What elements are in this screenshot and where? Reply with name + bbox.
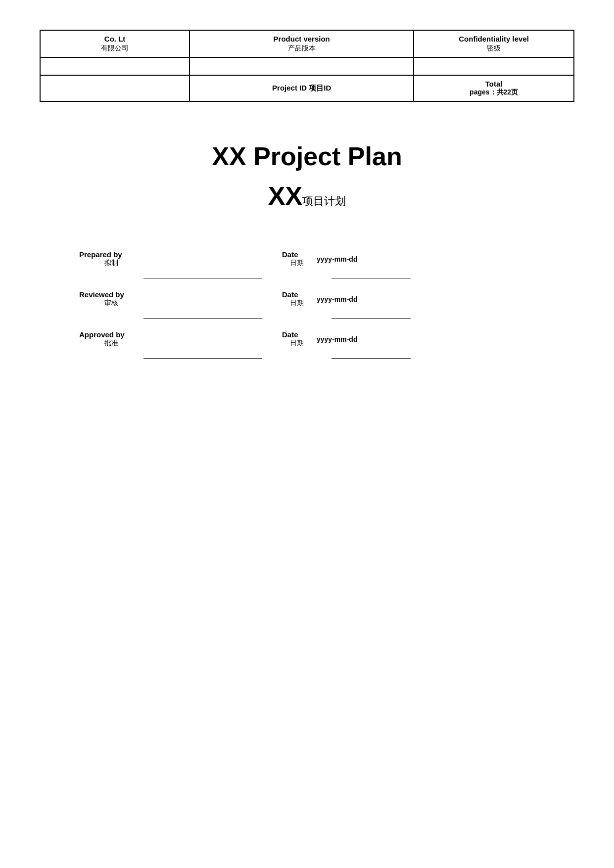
approved-by-block: Approved by 批准 Date 日期 yyyy-mm-dd (79, 330, 574, 359)
reviewed-by-lines-row (79, 309, 574, 319)
prepared-date-line (331, 269, 411, 278)
prepared-by-label-block: Prepared by 拟制 (79, 250, 143, 268)
reviewed-date-label-cn: 日期 (282, 299, 312, 308)
col2-value (189, 57, 414, 75)
signatories-section: Prepared by 拟制 Date 日期 yyyy-mm-dd Review… (79, 250, 574, 370)
col3-header: Confidentiality level 密级 (414, 30, 574, 57)
col1-value (40, 57, 189, 75)
approved-date-label-block: Date 日期 (282, 330, 312, 348)
approved-by-line (143, 349, 262, 359)
project-id-label-cn: 项目ID (309, 84, 331, 92)
reviewed-date-label-en: Date (282, 290, 312, 299)
approved-by-lines-row (79, 349, 574, 359)
reviewed-date-line (331, 309, 411, 319)
approved-by-labels-row: Approved by 批准 Date 日期 yyyy-mm-dd (79, 330, 574, 348)
reviewed-by-labels-row: Reviewed by 审核 Date 日期 yyyy-mm-dd (79, 290, 574, 308)
col1-header: Co. Lt 有限公司 (40, 30, 189, 57)
approved-by-label-en: Approved by (79, 330, 143, 339)
approved-date-label-cn: 日期 (282, 339, 312, 348)
reviewed-by-label-en: Reviewed by (79, 290, 143, 299)
reviewed-by-label-cn: 审核 (79, 299, 143, 308)
col2-label-cn: 产品版本 (288, 45, 316, 52)
title-section: XX Project Plan XX项目计划 (40, 141, 574, 211)
col1-label-en: Co. Lt (104, 35, 126, 43)
sub-title: XX项目计划 (40, 181, 574, 211)
prepared-by-block: Prepared by 拟制 Date 日期 yyyy-mm-dd (79, 250, 574, 278)
total-pages-en: Total (485, 80, 503, 88)
header-row-2 (40, 57, 574, 75)
header-row-1: Co. Lt 有限公司 Product version 产品版本 Confide… (40, 30, 574, 57)
prepared-date-label-en: Date (282, 250, 312, 259)
col2-header: Product version 产品版本 (189, 30, 414, 57)
col3-value (414, 57, 574, 75)
prepared-date-value: yyyy-mm-dd (312, 255, 391, 263)
approved-date-value: yyyy-mm-dd (312, 335, 391, 343)
main-title: XX Project Plan (40, 141, 574, 171)
sub-title-cn: 项目计划 (302, 195, 346, 207)
approved-by-label-block: Approved by 批准 (79, 330, 143, 348)
header-table: Co. Lt 有限公司 Product version 产品版本 Confide… (40, 30, 574, 102)
sub-title-xx: XX (268, 182, 302, 210)
prepared-by-line (143, 269, 262, 278)
prepared-date-label-block: Date 日期 (282, 250, 312, 268)
approved-date-line (331, 349, 411, 359)
reviewed-date-label-block: Date 日期 (282, 290, 312, 308)
prepared-date-label-cn: 日期 (282, 259, 312, 268)
prepared-by-label-cn: 拟制 (79, 259, 143, 268)
approved-by-label-cn: 批准 (79, 339, 143, 348)
col3-label-cn: 密级 (487, 45, 501, 52)
project-id-label-en: Project ID (272, 84, 307, 92)
total-pages-cn: pages：共22页 (470, 88, 518, 96)
total-pages-cell: Total pages：共22页 (414, 75, 574, 101)
reviewed-date-value: yyyy-mm-dd (312, 295, 391, 303)
col2-label-en: Product version (274, 35, 330, 43)
project-id-cell: Project ID 项目ID (189, 75, 414, 101)
col1-label-cn: 有限公司 (101, 45, 129, 52)
reviewed-by-label-block: Reviewed by 审核 (79, 290, 143, 308)
approved-date-label-en: Date (282, 330, 312, 339)
reviewed-by-line (143, 309, 262, 319)
prepared-by-labels-row: Prepared by 拟制 Date 日期 yyyy-mm-dd (79, 250, 574, 268)
col3-label-en: Confidentiality level (459, 35, 529, 43)
reviewed-by-block: Reviewed by 审核 Date 日期 yyyy-mm-dd (79, 290, 574, 319)
prepared-by-label-en: Prepared by (79, 250, 143, 259)
header-row-3: Project ID 项目ID Total pages：共22页 (40, 75, 574, 101)
prepared-by-lines-row (79, 269, 574, 278)
col1-empty (40, 75, 189, 101)
